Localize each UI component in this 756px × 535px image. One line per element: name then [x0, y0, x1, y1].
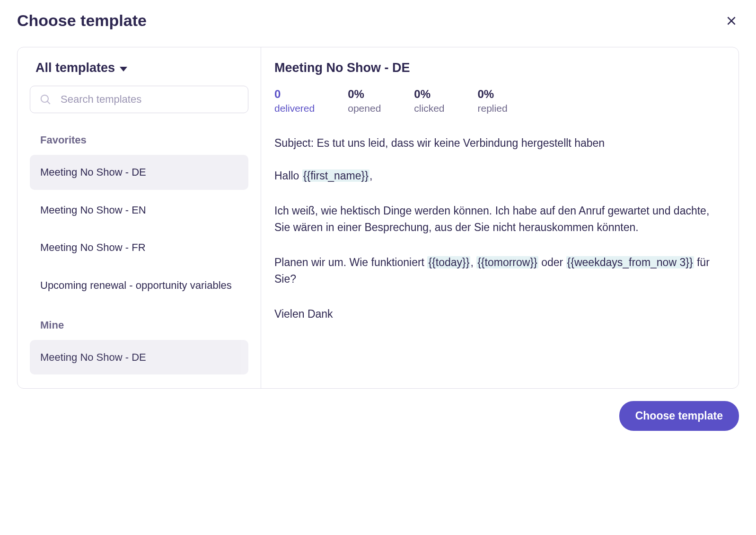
- email-paragraph: Planen wir um. Wie funktioniert {{today}…: [274, 254, 717, 287]
- template-list[interactable]: Favorites Meeting No Show - DE Meeting N…: [30, 129, 248, 388]
- stat-opened: 0% opened: [348, 88, 381, 114]
- template-panel: All templates Favorites Meeting No Show …: [17, 47, 739, 389]
- stat-value: 0: [274, 88, 315, 101]
- close-icon: [725, 15, 738, 27]
- template-item[interactable]: Meeting No Show - DE: [30, 340, 248, 375]
- email-body: Subject: Es tut uns leid, dass wir keine…: [274, 135, 717, 322]
- filter-label: All templates: [35, 61, 115, 75]
- search-input[interactable]: [30, 86, 248, 113]
- stat-label: opened: [348, 103, 381, 114]
- svg-point-2: [41, 95, 48, 102]
- template-list-pane: All templates Favorites Meeting No Show …: [18, 47, 261, 388]
- stat-label: replied: [478, 103, 508, 114]
- stat-label: delivered: [274, 103, 315, 114]
- email-subject: Subject: Es tut uns leid, dass wir keine…: [274, 135, 717, 152]
- stat-clicked: 0% clicked: [414, 88, 444, 114]
- merge-token: {{tomorrow}}: [476, 256, 538, 268]
- merge-token: {{weekdays_from_now 3}}: [566, 256, 694, 268]
- search-wrap: [30, 86, 248, 113]
- merge-token: {{today}}: [427, 256, 470, 268]
- text: Planen wir um. Wie funktioniert: [274, 256, 427, 268]
- svg-line-3: [47, 101, 50, 104]
- template-item[interactable]: Meeting No Show - EN: [30, 193, 248, 228]
- section-label-mine: Mine: [40, 319, 248, 331]
- template-item[interactable]: Meeting No Show - FR: [30, 230, 248, 265]
- stats-row: 0 delivered 0% opened 0% clicked 0% repl…: [274, 88, 717, 114]
- modal-header: Choose template: [17, 11, 739, 30]
- text: ,: [470, 256, 476, 268]
- stat-delivered: 0 delivered: [274, 88, 315, 114]
- email-closing: Vielen Dank: [274, 306, 717, 322]
- stat-replied: 0% replied: [478, 88, 508, 114]
- stat-value: 0%: [414, 88, 444, 101]
- choose-template-button[interactable]: Choose template: [619, 401, 739, 431]
- preview-title: Meeting No Show - DE: [274, 61, 717, 75]
- section-label-favorites: Favorites: [40, 134, 248, 146]
- template-item[interactable]: Upcoming renewal - opportunity variables: [30, 268, 248, 303]
- close-button[interactable]: [724, 13, 739, 28]
- text: oder: [538, 256, 566, 268]
- template-item[interactable]: Meeting No Show - DE: [30, 155, 248, 190]
- modal-title: Choose template: [17, 11, 147, 30]
- filter-dropdown[interactable]: All templates: [35, 61, 248, 75]
- email-greeting: Hallo {{first_name}},: [274, 168, 717, 184]
- stat-label: clicked: [414, 103, 444, 114]
- email-paragraph: Ich weiß, wie hektisch Dinge werden könn…: [274, 203, 717, 235]
- template-preview-pane: Meeting No Show - DE 0 delivered 0% open…: [261, 47, 738, 388]
- stat-value: 0%: [348, 88, 381, 101]
- modal-footer: Choose template: [17, 401, 739, 431]
- merge-token: {{first_name}}: [302, 169, 369, 182]
- search-icon: [39, 93, 52, 106]
- greeting-pre: Hallo: [274, 169, 302, 182]
- greeting-post: ,: [369, 169, 372, 182]
- stat-value: 0%: [478, 88, 508, 101]
- chevron-down-icon: [120, 67, 127, 71]
